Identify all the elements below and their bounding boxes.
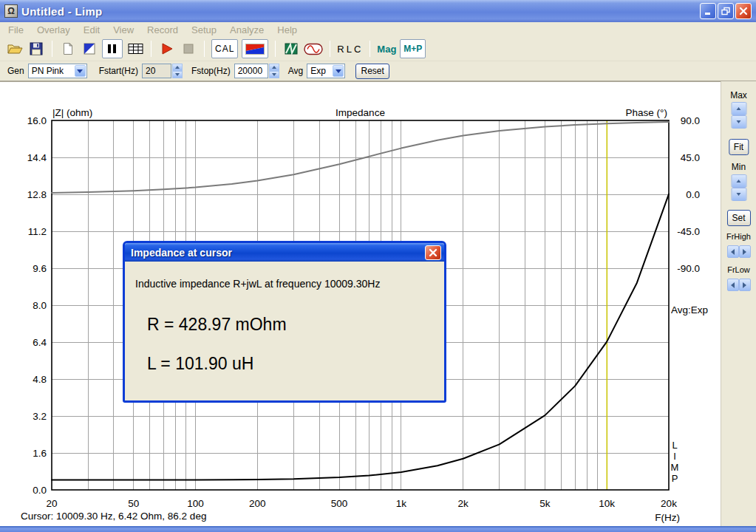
x-tick-label: 20k [661, 498, 677, 509]
copy-page-icon [62, 42, 74, 55]
calibrate-button[interactable]: CAL [211, 39, 238, 58]
gen-label: Gen [7, 66, 24, 76]
step-up-icon[interactable] [731, 102, 746, 115]
max-stepper[interactable] [731, 102, 746, 129]
y-left-tick-label: 12.8 [27, 189, 47, 200]
stop-button[interactable] [180, 39, 197, 58]
close-button[interactable] [735, 3, 752, 19]
frhigh-stepper[interactable] [727, 245, 751, 258]
y-left-axis-title: |Z| (ohm) [52, 107, 92, 118]
step-up-icon[interactable] [172, 64, 183, 71]
menu-record[interactable]: Record [140, 23, 185, 37]
step-right-icon[interactable] [739, 245, 751, 258]
reset-button[interactable]: Reset [355, 64, 389, 79]
spectrum-button[interactable] [282, 39, 300, 58]
copy-button[interactable] [59, 39, 77, 58]
fstop-input[interactable]: 20000 [234, 64, 268, 78]
step-down-icon[interactable] [731, 188, 746, 201]
y-left-tick-label: 6.4 [33, 337, 47, 348]
menu-view[interactable]: View [106, 23, 140, 37]
step-down-icon[interactable] [172, 71, 183, 78]
dialog-message: Inductive impedance R+jwL at frequency 1… [135, 278, 380, 290]
avg-select-value: Exp [310, 66, 326, 76]
fstop-value: 20000 [238, 66, 262, 76]
table-view-button[interactable] [126, 39, 144, 58]
step-down-icon[interactable] [731, 115, 746, 129]
y-right-tick-label: 0.0 [686, 189, 700, 200]
y-right-tick-label: -90.0 [677, 263, 700, 274]
generator-button[interactable] [304, 39, 323, 58]
fstop-stepper[interactable] [269, 64, 279, 78]
fit-button[interactable]: Fit [729, 139, 749, 155]
avg-select[interactable]: Exp [307, 64, 345, 78]
scale-red-blue-icon [245, 44, 265, 55]
dialog-close-button[interactable] [425, 245, 441, 260]
min-stepper[interactable] [731, 174, 746, 201]
stop-icon [183, 44, 194, 54]
step-right-icon[interactable] [739, 279, 751, 291]
fstart-input[interactable]: 20 [142, 64, 171, 78]
fstop-label: Fstop(Hz) [191, 66, 231, 76]
restore-button[interactable] [718, 3, 734, 19]
y-left-tick-label: 3.2 [33, 411, 47, 422]
window-controls [700, 3, 752, 19]
rlc-mode-button[interactable]: RLC [337, 39, 363, 58]
scale-setup-button[interactable] [242, 39, 268, 58]
chevron-down-icon[interactable] [75, 65, 86, 77]
magnitude-phase-view-button[interactable]: M+P [400, 39, 426, 58]
save-button[interactable] [27, 39, 45, 58]
frlow-stepper[interactable] [727, 279, 751, 291]
resistance-value: R = 428.97 mOhm [147, 315, 287, 335]
close-icon [739, 7, 748, 16]
play-icon [161, 43, 173, 55]
toolbar-separator [275, 41, 276, 57]
menu-file[interactable]: File [1, 23, 30, 37]
app-icon[interactable]: Ω [4, 4, 18, 18]
y-right-tick-label: -45.0 [677, 226, 700, 237]
toolbar-separator [151, 41, 151, 57]
y-left-tick-label: 14.4 [27, 152, 47, 163]
menu-overlay[interactable]: Overlay [30, 23, 77, 37]
record-play-button[interactable] [158, 39, 176, 58]
cursor-status-text: Cursor: 10009.30 Hz, 6.42 Ohm, 86.2 deg [21, 511, 206, 522]
chevron-down-icon[interactable] [333, 65, 344, 77]
set-button[interactable]: Set [726, 210, 750, 226]
fstart-value: 20 [146, 66, 155, 76]
x-axis-title: F(Hz) [655, 512, 680, 523]
y-right-tick-label: 90.0 [681, 115, 700, 126]
avg-mode-indicator: Avg:Exp [671, 304, 708, 316]
save-floppy-icon [30, 42, 43, 55]
menu-setup[interactable]: Setup [185, 23, 223, 37]
limp-watermark: I [673, 451, 676, 462]
frhigh-label: FrHigh [721, 232, 756, 241]
pause-button[interactable] [102, 39, 123, 58]
y-left-tick-label: 16.0 [27, 115, 47, 126]
dialog-title-bar[interactable]: Impedance at cursor [125, 243, 444, 262]
step-up-icon[interactable] [731, 174, 746, 188]
menu-analyze[interactable]: Analyze [223, 23, 270, 37]
menu-bar: File Overlay Edit View Record Setup Anal… [0, 22, 756, 37]
fstart-stepper[interactable] [172, 64, 183, 78]
open-button[interactable] [6, 39, 24, 58]
step-left-icon[interactable] [727, 279, 739, 291]
menu-edit[interactable]: Edit [77, 23, 106, 37]
x-tick-label: 20 [46, 498, 57, 509]
restore-icon [721, 7, 730, 16]
window-bottom-border [0, 526, 756, 532]
menu-help[interactable]: Help [270, 23, 304, 37]
magnitude-view-button[interactable]: Mag [377, 39, 396, 58]
generator-select[interactable]: PN Pink [28, 64, 87, 78]
step-up-icon[interactable] [269, 64, 279, 71]
mag-label: Mag [377, 44, 396, 55]
side-control-panel: Max Fit Min Set FrHigh FrLow [721, 81, 756, 526]
rlc-label: RLC [337, 44, 363, 55]
x-tick-label: 50 [128, 498, 139, 509]
minimize-button[interactable] [700, 3, 716, 19]
toolbar: CAL RLC Mag M+P [0, 37, 756, 61]
y-left-tick-label: 9.6 [33, 263, 47, 274]
table-icon [128, 43, 143, 55]
step-left-icon[interactable] [727, 245, 739, 258]
minimize-icon [704, 7, 712, 16]
background-color-toggle-button[interactable] [81, 39, 98, 58]
step-down-icon[interactable] [269, 71, 279, 78]
